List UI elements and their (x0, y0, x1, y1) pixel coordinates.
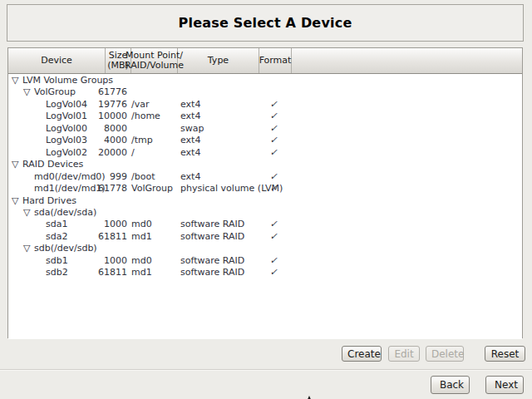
device-type: ext4 (180, 98, 200, 111)
table-row[interactable]: LogVol0110000/homeext4✓ (8, 110, 522, 122)
format-check-icon: ✓ (262, 230, 285, 243)
expander-open-icon[interactable]: ▽ (23, 242, 30, 254)
format-check-icon: ✓ (262, 218, 285, 230)
expander-open-icon[interactable]: ▽ (12, 158, 18, 170)
device-mount: /var (131, 98, 149, 111)
table-row[interactable]: ▽RAID Devices (8, 158, 522, 170)
device-size: 19776 (88, 98, 127, 111)
delete-button[interactable]: Delete (426, 346, 464, 362)
device-path: (/dev/sda) (50, 206, 96, 219)
table-row[interactable]: sda261811md1software RAID✓ (8, 230, 522, 243)
device-size: 1000 (88, 254, 127, 267)
format-check-icon: ✓ (262, 146, 285, 159)
table-row[interactable]: LogVol0220000/ext4✓ (8, 146, 522, 159)
table-row[interactable]: ▽sda (/dev/sda) (8, 206, 522, 219)
expander-open-icon[interactable]: ▽ (12, 195, 18, 207)
device-name: sdb (/dev/sdb) (34, 242, 51, 254)
table-row[interactable]: ▽sdb (/dev/sdb) (8, 242, 522, 254)
format-check-icon: ✓ (262, 182, 285, 195)
device-mount: /tmp (131, 134, 153, 146)
table-row[interactable]: LogVol0419776/varext4✓ (8, 98, 522, 111)
table-row[interactable]: md1 (/dev/md1)61778VolGroupphysical volu… (8, 182, 522, 195)
mouse-cursor (305, 391, 313, 399)
device-size: 4000 (88, 134, 127, 146)
format-check-icon: ✓ (262, 254, 285, 267)
table-row[interactable]: LogVol034000/tmpext4✓ (8, 134, 522, 146)
expander-open-icon[interactable]: ▽ (23, 206, 30, 219)
device-name: Hard Drives (22, 195, 76, 207)
device-size: 61811 (88, 230, 127, 243)
device-size: 61776 (88, 86, 127, 98)
next-button-label: Next (495, 379, 518, 391)
device-mount: md1 (131, 230, 152, 243)
column-header-format[interactable]: Format (259, 48, 292, 73)
column-header-filler (292, 48, 522, 73)
device-name: sdb1 (46, 254, 68, 267)
device-type: ext4 (180, 110, 200, 122)
page-title-box: Please Select A Device (7, 4, 524, 42)
device-type: software RAID (180, 254, 244, 267)
reset-button[interactable]: Reset (485, 346, 525, 362)
device-name: LogVol00 (46, 122, 87, 135)
device-mount: /boot (131, 170, 155, 183)
table-row[interactable]: md0 (/dev/md0)999/bootext4✓ (8, 170, 522, 183)
device-size: 999 (88, 170, 127, 183)
column-header-mount[interactable]: Mount Point/ RAID/Volume (131, 48, 178, 73)
table-row[interactable]: ▽VolGroup61776 (8, 86, 522, 98)
device-size: 61778 (88, 182, 127, 195)
device-name: md0 (/dev/md0) (34, 170, 55, 183)
device-mount: /home (131, 110, 160, 122)
device-size: 8000 (88, 122, 127, 135)
expander-open-icon[interactable]: ▽ (23, 86, 30, 98)
device-name: RAID Devices (22, 158, 83, 170)
table-row[interactable]: sdb261811md1software RAID✓ (8, 266, 522, 278)
device-type: software RAID (180, 218, 244, 230)
device-path: (/dev/sdb) (51, 242, 97, 254)
device-name: LogVol01 (46, 110, 87, 122)
format-check-icon: ✓ (262, 98, 285, 111)
format-check-icon: ✓ (262, 122, 285, 135)
device-type: ext4 (180, 146, 200, 159)
device-tree-body: ▽LVM Volume Groups▽VolGroup61776LogVol04… (8, 74, 522, 339)
device-name: LogVol04 (46, 98, 87, 111)
create-button[interactable]: Create (342, 346, 382, 362)
device-type: swap (180, 122, 204, 135)
format-check-icon: ✓ (262, 266, 285, 278)
device-table: Device Size (MB) Mount Point/ RAID/Volum… (7, 47, 523, 338)
format-check-icon: ✓ (262, 134, 285, 146)
device-type: ext4 (180, 134, 200, 146)
page-title: Please Select A Device (179, 15, 352, 31)
device-type: ext4 (180, 170, 200, 183)
table-row[interactable]: ▽LVM Volume Groups (8, 74, 522, 86)
table-row[interactable]: LogVol008000swap✓ (8, 122, 522, 135)
device-name: LVM Volume Groups (22, 74, 113, 86)
device-mount: md1 (131, 266, 152, 278)
format-check-icon: ✓ (262, 110, 285, 122)
format-check-icon: ✓ (262, 170, 285, 183)
next-button[interactable]: Next (485, 376, 524, 394)
expander-open-icon[interactable]: ▽ (12, 74, 18, 86)
back-button-label: Back (440, 379, 464, 391)
device-size: 1000 (88, 218, 127, 230)
device-mount: VolGroup (131, 182, 173, 195)
device-mount: / (131, 146, 135, 159)
column-header-type[interactable]: Type (178, 48, 259, 73)
column-header-device[interactable]: Device (8, 48, 106, 73)
table-row[interactable]: ▽Hard Drives (8, 195, 522, 207)
table-row[interactable]: sda11000md0software RAID✓ (8, 218, 522, 230)
device-name: VolGroup (34, 86, 76, 98)
device-name: sda2 (46, 230, 67, 243)
device-mount: md0 (131, 254, 152, 267)
installer-window: Please Select A Device Device Size (MB) … (0, 0, 532, 399)
device-mount: md0 (131, 218, 152, 230)
device-name: LogVol02 (46, 146, 87, 159)
back-button[interactable]: Back (431, 376, 470, 394)
device-size: 10000 (88, 110, 127, 122)
device-name: md1 (/dev/md1) (34, 182, 55, 195)
device-size: 61811 (88, 266, 127, 278)
bottom-separator (0, 369, 532, 371)
device-name: sda1 (46, 218, 67, 230)
device-table-header: Device Size (MB) Mount Point/ RAID/Volum… (8, 48, 522, 74)
table-row[interactable]: sdb11000md0software RAID✓ (8, 254, 522, 267)
edit-button[interactable]: Edit (388, 346, 420, 362)
